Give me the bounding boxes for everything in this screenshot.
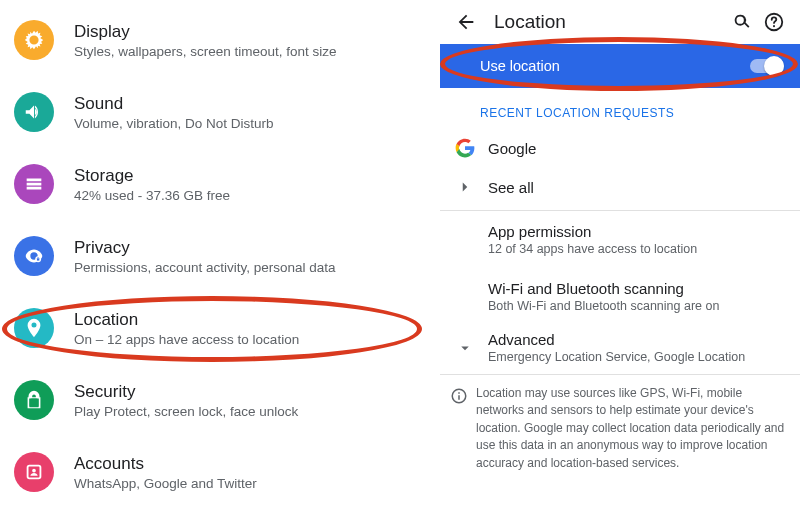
settings-item-subtitle: On – 12 apps have access to location — [74, 332, 299, 347]
use-location-label: Use location — [480, 58, 560, 74]
help-button[interactable] — [758, 11, 790, 33]
settings-item-title: Location — [74, 310, 299, 330]
row-title: App permission — [488, 223, 784, 240]
svg-point-6 — [773, 25, 775, 27]
sound-icon — [14, 92, 54, 132]
settings-item-subtitle: 42% used - 37.36 GB free — [74, 188, 230, 203]
settings-item-title: Display — [74, 22, 337, 42]
chevron-down-icon — [450, 339, 480, 357]
list-item-label: Google — [488, 140, 784, 157]
info-icon — [450, 385, 468, 472]
settings-item-security[interactable]: Security Play Protect, screen lock, face… — [0, 364, 440, 436]
row-title: Advanced — [488, 331, 784, 348]
chevron-right-icon — [450, 178, 480, 196]
svg-rect-8 — [458, 395, 460, 400]
settings-item-title: Sound — [74, 94, 274, 114]
recent-item-see-all[interactable]: See all — [440, 168, 800, 206]
settings-item-title: Privacy — [74, 238, 336, 258]
info-text: Location may use sources like GPS, Wi-Fi… — [468, 385, 786, 472]
location-info-note: Location may use sources like GPS, Wi-Fi… — [440, 375, 800, 482]
row-subtitle: Emergency Location Service, Google Locat… — [488, 350, 784, 364]
settings-item-subtitle: Play Protect, screen lock, face unlock — [74, 404, 298, 419]
settings-item-title: Accounts — [74, 454, 257, 474]
settings-item-storage[interactable]: Storage 42% used - 37.36 GB free — [0, 148, 440, 220]
settings-item-location[interactable]: Location On – 12 apps have access to loc… — [0, 292, 440, 364]
location-icon — [14, 308, 54, 348]
settings-item-subtitle: Styles, wallpapers, screen timeout, font… — [74, 44, 337, 59]
search-button[interactable] — [726, 11, 758, 33]
back-button[interactable] — [450, 11, 482, 33]
app-permission-row[interactable]: App permission 12 of 34 apps have access… — [440, 211, 800, 268]
svg-point-4 — [32, 469, 36, 473]
accounts-icon — [14, 452, 54, 492]
settings-item-display[interactable]: Display Styles, wallpapers, screen timeo… — [0, 4, 440, 76]
row-subtitle: Both Wi-Fi and Bluetooth scanning are on — [488, 299, 784, 313]
settings-item-privacy[interactable]: Privacy Permissions, account activity, p… — [0, 220, 440, 292]
settings-item-sound[interactable]: Sound Volume, vibration, Do Not Disturb — [0, 76, 440, 148]
display-icon — [14, 20, 54, 60]
detail-header: Location — [440, 0, 800, 44]
settings-item-subtitle: Volume, vibration, Do Not Disturb — [74, 116, 274, 131]
wifi-bt-scanning-row[interactable]: Wi-Fi and Bluetooth scanning Both Wi-Fi … — [440, 268, 800, 325]
advanced-row[interactable]: Advanced Emergency Location Service, Goo… — [440, 325, 800, 370]
storage-icon — [14, 164, 54, 204]
recent-item-google[interactable]: Google — [440, 128, 800, 168]
page-title: Location — [494, 11, 726, 33]
use-location-switch[interactable] — [750, 56, 784, 76]
location-detail-pane: Location Use location RECENT LOCATION RE… — [440, 0, 800, 524]
row-subtitle: 12 of 34 apps have access to location — [488, 242, 784, 256]
privacy-icon — [14, 236, 54, 276]
svg-rect-9 — [458, 392, 460, 394]
settings-item-subtitle: WhatsApp, Google and Twitter — [74, 476, 257, 491]
settings-item-title: Security — [74, 382, 298, 402]
settings-item-title: Storage — [74, 166, 230, 186]
recent-requests-header: RECENT LOCATION REQUESTS — [440, 88, 800, 128]
row-title: Wi-Fi and Bluetooth scanning — [488, 280, 784, 297]
settings-item-accounts[interactable]: Accounts WhatsApp, Google and Twitter — [0, 436, 440, 508]
list-item-label: See all — [488, 179, 784, 196]
use-location-toggle-row[interactable]: Use location — [440, 44, 800, 88]
settings-item-subtitle: Permissions, account activity, personal … — [74, 260, 336, 275]
settings-list: Display Styles, wallpapers, screen timeo… — [0, 0, 440, 524]
security-icon — [14, 380, 54, 420]
google-icon — [450, 138, 480, 158]
